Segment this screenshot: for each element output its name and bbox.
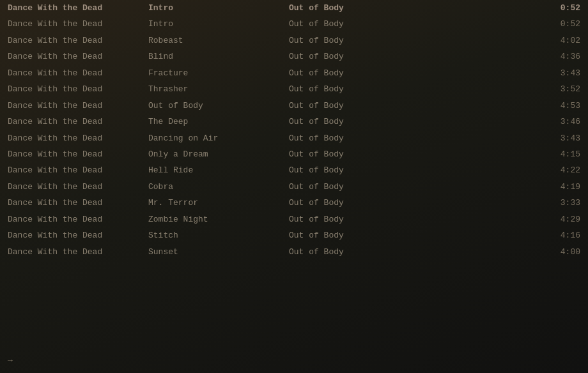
track-artist: Dance With the Dead — [8, 34, 148, 47]
track-album: Out of Body — [289, 213, 417, 226]
track-duration: 4:36 — [542, 50, 580, 63]
track-artist: Dance With the Dead — [8, 66, 148, 80]
track-title: Intro — [148, 17, 289, 31]
track-artist: Dance With the Dead — [8, 245, 148, 259]
track-duration: 4:19 — [542, 180, 580, 194]
track-album: Out of Body — [289, 66, 417, 80]
track-title: Hell Ride — [148, 164, 289, 177]
track-extra — [417, 132, 542, 145]
track-extra — [417, 66, 542, 80]
track-album: Out of Body — [289, 164, 417, 177]
track-row[interactable]: Dance With the DeadSunsetOut of Body4:00 — [0, 244, 588, 260]
track-album: Out of Body — [289, 148, 417, 161]
track-title: The Deep — [148, 115, 289, 128]
track-extra — [417, 99, 542, 112]
track-title: Out of Body — [148, 99, 289, 112]
track-artist: Dance With the Dead — [8, 180, 148, 194]
header-album: Out of Body — [289, 1, 417, 15]
track-title: Blind — [148, 50, 289, 63]
track-artist: Dance With the Dead — [8, 148, 148, 161]
track-album: Out of Body — [289, 196, 417, 209]
track-title: Stitch — [148, 229, 289, 242]
track-album: Out of Body — [289, 245, 417, 259]
header-duration: 0:52 — [542, 1, 580, 15]
header-extra — [417, 1, 542, 15]
track-extra — [417, 213, 542, 226]
track-artist: Dance With the Dead — [8, 50, 148, 63]
track-album: Out of Body — [289, 229, 417, 242]
track-artist: Dance With the Dead — [8, 115, 148, 128]
track-duration: 0:52 — [542, 17, 580, 31]
track-title: Fracture — [148, 66, 289, 80]
track-title: Sunset — [148, 245, 289, 259]
track-extra — [417, 17, 542, 31]
track-title: Zombie Night — [148, 213, 289, 226]
track-list-header: Dance With the Dead Intro Out of Body 0:… — [0, 0, 588, 16]
track-artist: Dance With the Dead — [8, 229, 148, 242]
track-extra — [417, 245, 542, 259]
track-duration: 4:02 — [542, 34, 580, 47]
track-row[interactable]: Dance With the DeadFractureOut of Body3:… — [0, 65, 588, 81]
arrow-indicator: → — [8, 356, 13, 365]
track-extra — [417, 34, 542, 47]
track-album: Out of Body — [289, 115, 417, 128]
track-album: Out of Body — [289, 17, 417, 31]
header-artist: Dance With the Dead — [8, 1, 148, 15]
track-row[interactable]: Dance With the DeadThe DeepOut of Body3:… — [0, 114, 588, 130]
track-duration: 3:33 — [542, 196, 580, 209]
track-extra — [417, 50, 542, 63]
track-extra — [417, 196, 542, 209]
track-album: Out of Body — [289, 50, 417, 63]
track-row[interactable]: Dance With the DeadIntroOut of Body0:52 — [0, 16, 588, 32]
track-title: Dancing on Air — [148, 132, 289, 145]
track-row[interactable]: Dance With the DeadBlindOut of Body4:36 — [0, 49, 588, 65]
track-artist: Dance With the Dead — [8, 213, 148, 226]
track-album: Out of Body — [289, 99, 417, 112]
track-duration: 3:43 — [542, 132, 580, 145]
track-title: Mr. Terror — [148, 196, 289, 209]
track-extra — [417, 229, 542, 242]
track-row[interactable]: Dance With the DeadMr. TerrorOut of Body… — [0, 195, 588, 211]
header-title: Intro — [148, 1, 289, 15]
track-title: Thrasher — [148, 82, 289, 96]
track-duration: 4:15 — [542, 148, 580, 161]
track-artist: Dance With the Dead — [8, 164, 148, 177]
track-row[interactable]: Dance With the DeadDancing on AirOut of … — [0, 130, 588, 146]
track-extra — [417, 164, 542, 177]
track-row[interactable]: Dance With the DeadStitchOut of Body4:16 — [0, 227, 588, 243]
track-duration: 4:22 — [542, 164, 580, 177]
track-duration: 4:53 — [542, 99, 580, 112]
track-extra — [417, 115, 542, 128]
track-extra — [417, 180, 542, 194]
track-row[interactable]: Dance With the DeadOut of BodyOut of Bod… — [0, 98, 588, 114]
track-duration: 4:29 — [542, 213, 580, 226]
track-artist: Dance With the Dead — [8, 196, 148, 209]
track-artist: Dance With the Dead — [8, 99, 148, 112]
track-row[interactable]: Dance With the DeadCobraOut of Body4:19 — [0, 179, 588, 195]
track-list: Dance With the Dead Intro Out of Body 0:… — [0, 0, 588, 260]
track-artist: Dance With the Dead — [8, 82, 148, 96]
track-row[interactable]: Dance With the DeadOnly a DreamOut of Bo… — [0, 146, 588, 162]
track-row[interactable]: Dance With the DeadHell RideOut of Body4… — [0, 162, 588, 178]
track-album: Out of Body — [289, 82, 417, 96]
track-extra — [417, 82, 542, 96]
track-duration: 3:46 — [542, 115, 580, 128]
track-title: Cobra — [148, 180, 289, 194]
track-album: Out of Body — [289, 34, 417, 47]
track-row[interactable]: Dance With the DeadRobeastOut of Body4:0… — [0, 33, 588, 49]
track-duration: 4:00 — [542, 245, 580, 259]
track-extra — [417, 148, 542, 161]
track-row[interactable]: Dance With the DeadThrasherOut of Body3:… — [0, 81, 588, 97]
track-title: Robeast — [148, 34, 289, 47]
track-duration: 3:52 — [542, 82, 580, 96]
track-duration: 4:16 — [542, 229, 580, 242]
track-duration: 3:43 — [542, 66, 580, 80]
track-title: Only a Dream — [148, 148, 289, 161]
track-row[interactable]: Dance With the DeadZombie NightOut of Bo… — [0, 211, 588, 227]
track-album: Out of Body — [289, 180, 417, 194]
track-artist: Dance With the Dead — [8, 132, 148, 145]
track-album: Out of Body — [289, 132, 417, 145]
track-artist: Dance With the Dead — [8, 17, 148, 31]
